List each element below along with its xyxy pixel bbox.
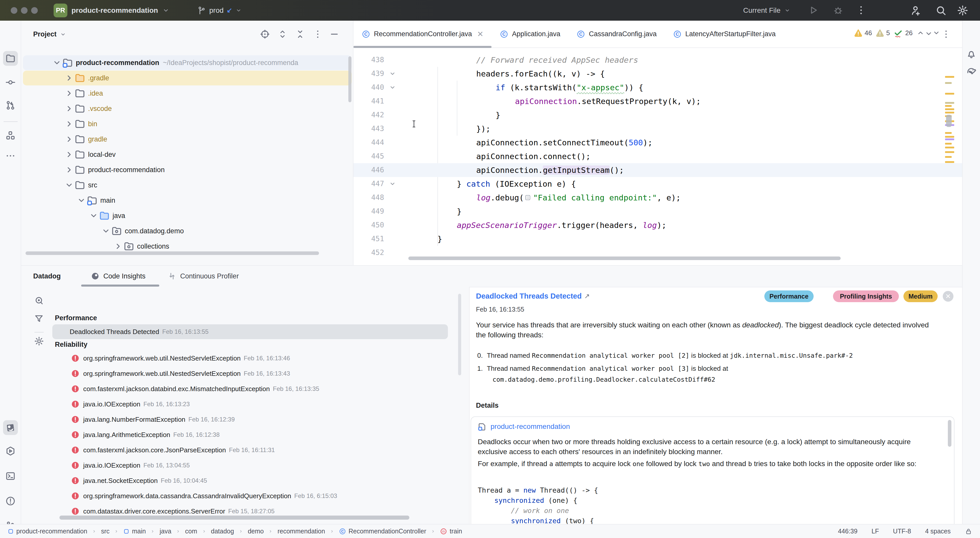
tree-item-.gradle[interactable]: .gradle (21, 70, 353, 86)
stripe-mark[interactable] (945, 76, 954, 78)
code-line-451[interactable]: 451} (353, 232, 962, 246)
stripe-mark[interactable] (945, 136, 954, 138)
insight-item[interactable]: com.fasterxml.jackson.databind.exc.Misma… (47, 381, 465, 396)
stripe-item-more[interactable] (3, 148, 18, 163)
window-close-icon[interactable] (11, 7, 18, 14)
stripe-mark[interactable] (945, 105, 952, 107)
stripe-item-terminal[interactable] (3, 469, 18, 483)
inspection-widget[interactable]: 46 5 26 (854, 27, 941, 39)
stripe-item-problems[interactable] (3, 494, 18, 508)
tab-code-insights[interactable]: Code Insights (91, 266, 145, 287)
breadcrumb-demo[interactable]: demo (248, 528, 264, 535)
line-number[interactable]: 450 (356, 218, 384, 232)
line-number[interactable]: 439 (356, 67, 384, 81)
chevron-right-icon[interactable] (64, 73, 74, 83)
line-number[interactable]: 451 (356, 232, 384, 246)
editor-tab-2[interactable]: CCassandraConfig.java (568, 21, 665, 48)
editor-tab-0[interactable]: CRecommendationController.java✕ (353, 21, 492, 48)
details-scrollbar[interactable] (948, 420, 951, 447)
hide-panel-button[interactable] (329, 29, 339, 39)
tree-item-local-dev[interactable]: local-dev (21, 147, 353, 162)
stripe-mark[interactable] (945, 138, 954, 140)
code-line-444[interactable]: 444apiConnection.setConnectTimeout(500); (353, 136, 962, 149)
write-access-lock-icon[interactable] (965, 528, 972, 535)
code-line-446[interactable]: 446apiConnection.getInputStream(); (353, 163, 962, 177)
line-number[interactable]: 452 (356, 246, 384, 260)
tree-item-com.datadog.demo[interactable]: com.datadog.demo (21, 223, 353, 239)
chevron-down-icon[interactable] (89, 211, 99, 221)
insight-item[interactable]: java.net.SocketExceptionFeb 16, 10:04:45 (47, 473, 465, 488)
breadcrumb-RecommendationController[interactable]: CRecommendationController (339, 528, 426, 535)
run-button[interactable] (808, 5, 819, 16)
stripe-mark[interactable] (945, 102, 954, 104)
insight-item[interactable]: Deadlocked Threads DetectedFeb 16, 16:13… (47, 324, 465, 339)
code-line-438[interactable]: 438// Forward received AppSec headers (353, 53, 962, 67)
stripe-mark[interactable] (945, 82, 952, 84)
code-line-441[interactable]: 441apiConnection.setRequestProperty(k, v… (353, 94, 962, 108)
stripe-item-structure[interactable] (3, 128, 18, 143)
stripe-mark[interactable] (945, 108, 954, 110)
breadcrumb-recommendation[interactable]: recommendation (277, 528, 325, 535)
chevron-right-icon[interactable] (64, 119, 74, 129)
fold-chevron-icon[interactable] (389, 70, 396, 78)
close-tab-icon[interactable]: ✕ (477, 30, 484, 38)
tree-item-gradle[interactable]: gradle (21, 132, 353, 147)
stripe-item-gradle[interactable] (964, 63, 979, 78)
line-number[interactable]: 443 (356, 122, 384, 136)
caret-position[interactable]: 446:39 (838, 528, 857, 535)
debug-button[interactable] (832, 5, 844, 16)
fold-chevron-icon[interactable] (389, 180, 396, 188)
tree-item-src[interactable]: src (21, 178, 353, 193)
stripe-item-datadog[interactable] (3, 420, 18, 435)
tree-item-product-recommendation[interactable]: product-recommendation~/IdeaProjects/sho… (21, 55, 353, 70)
watch-icon[interactable] (34, 296, 44, 306)
chevron-down-icon[interactable] (101, 226, 111, 236)
insight-item[interactable]: com.fasterxml.jackson.core.JsonParseExce… (47, 443, 465, 457)
code-line-440[interactable]: 440if (k.startsWith("x-appsec")) { (353, 81, 962, 94)
insight-item[interactable]: org.springframework.web.util.NestedServl… (47, 351, 465, 366)
tree-vertical-scrollbar[interactable] (348, 56, 352, 102)
chevron-right-icon[interactable] (64, 103, 74, 114)
tab-continuous-profiler[interactable]: Continuous Profiler (167, 266, 239, 287)
project-panel-title[interactable]: Project (33, 21, 66, 48)
code-line-448[interactable]: 448log.debug("Failed calling endpoint:",… (353, 191, 962, 205)
code-line-443[interactable]: 443}); (353, 122, 962, 136)
collapse-all-button[interactable] (295, 29, 305, 39)
line-number[interactable]: 444 (356, 136, 384, 149)
chevron-down-icon[interactable] (64, 180, 74, 190)
stripe-mark[interactable] (945, 151, 954, 153)
more-options-button[interactable] (313, 29, 323, 39)
locate-file-button[interactable] (260, 29, 270, 39)
insight-item[interactable]: java.lang.NumberFormatExceptionFeb 16, 1… (47, 412, 465, 427)
stripe-mark[interactable] (945, 132, 952, 134)
breadcrumb-main[interactable]: main (123, 528, 146, 535)
breadcrumb-java[interactable]: java (159, 528, 171, 535)
breadcrumb-com[interactable]: com (185, 528, 197, 535)
search-everywhere-button[interactable] (935, 5, 947, 16)
error-stripe[interactable] (945, 21, 955, 265)
line-number[interactable]: 440 (356, 81, 384, 94)
stripe-mark[interactable] (945, 93, 954, 95)
more-actions-button[interactable] (856, 5, 867, 16)
chevron-right-icon[interactable] (64, 88, 74, 98)
insight-item[interactable]: java.io.IOExceptionFeb 16, 16:13:23 (47, 397, 465, 411)
code-line-447[interactable]: 447} catch (IOException e) { (353, 177, 962, 191)
chevron-right-icon[interactable] (64, 165, 74, 175)
log-inlay-icon[interactable] (525, 194, 531, 201)
tool-window-title[interactable]: Datadog (33, 266, 61, 287)
line-number[interactable]: 438 (356, 53, 384, 67)
line-separator[interactable]: LF (872, 528, 879, 535)
stripe-mark[interactable] (945, 147, 954, 148)
window-zoom-icon[interactable] (31, 7, 38, 14)
editor-vertical-scrollbar[interactable] (946, 115, 952, 127)
tree-horizontal-scrollbar[interactable] (25, 251, 319, 255)
list-vertical-scrollbar[interactable] (458, 294, 461, 375)
close-icon[interactable]: ✕ (943, 291, 953, 302)
code-line-442[interactable]: 442} (353, 108, 962, 122)
module-link[interactable]: product-recommendation (478, 422, 570, 431)
settings-button[interactable] (957, 5, 969, 16)
insight-item[interactable]: java.lang.ArithmeticExceptionFeb 16, 16:… (47, 427, 465, 442)
stripe-item-pull-request[interactable] (3, 98, 18, 113)
stripe-item-services[interactable] (3, 444, 18, 459)
line-number[interactable]: 441 (356, 94, 384, 108)
